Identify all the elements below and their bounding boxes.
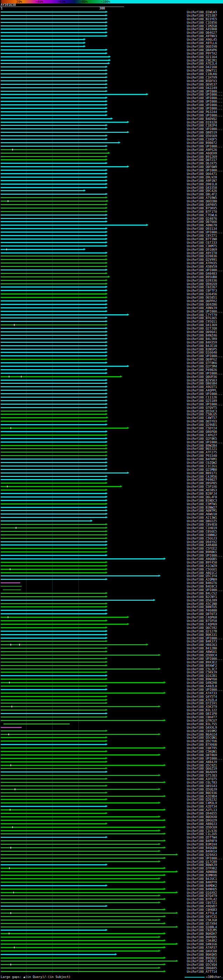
hit-row[interactable]: UniRef100_A9TLL6 [0,41,223,45]
hit-row[interactable]: UniRef100_A7AT33 [0,692,223,695]
hit-row[interactable]: UniRef100_Q29UD1 [0,423,223,426]
hit-label[interactable]: UniRef100_UPI000... [187,372,223,375]
hit-label[interactable]: UniRef100_A7E2L4 [187,62,217,65]
hit-row[interactable]: UniRef100_Q4N1G6 [0,942,223,946]
hit-label[interactable]: UniRef100_Q26232 [187,798,217,801]
hit-row[interactable]: UniRef100_Q56J89 [0,599,223,602]
hit-row[interactable]: UniRef100_B4K373 [0,640,223,643]
hit-label[interactable]: UniRef100_A8BQJ3 [187,822,217,826]
hit-row[interactable]: UniRef100_C3XQF5 [0,138,223,141]
hit-row[interactable]: UniRef100_C6S9M2 [0,729,223,733]
hit-label[interactable]: UniRef100_C9ZLM5 [187,929,217,932]
hit-label[interactable]: UniRef100_A2DT34 [187,805,217,808]
hit-label[interactable]: UniRef100_C1H7V9 [187,76,217,79]
hit-label[interactable]: UniRef100_Q0F6W9 [187,165,217,169]
hit-row[interactable]: UniRef100_Q16640 [0,351,223,354]
hit-row[interactable]: UniRef100_Q9GU29 [0,819,223,822]
hit-label[interactable]: UniRef100_Q5CVQ4 [187,963,217,966]
hit-label[interactable]: UniRef100_C5GGJ3 [187,537,217,540]
hit-label[interactable]: UniRef100_A9G5T1 [187,385,217,389]
hit-row[interactable]: UniRef100_B412B0 [0,647,223,650]
hit-row[interactable]: UniRef100_P49026 [0,368,223,372]
hit-label[interactable]: UniRef100_C67J33 [187,241,217,244]
hit-row[interactable]: UniRef100_C1L2U5 [0,832,223,836]
hit-label[interactable]: UniRef100_Q75J03 [187,774,217,777]
hit-row[interactable]: UniRef100_A7S9W5 [0,196,223,200]
hit-label[interactable]: UniRef100_Q94YV2 [187,540,217,544]
hit-label[interactable]: UniRef100_Q8T6T3 [187,612,217,616]
hit-row[interactable]: UniRef100_A0NBB0 [0,870,223,873]
hit-label[interactable]: UniRef100_Q6JX75 [187,162,217,165]
hit-row[interactable]: UniRef100_C0H4T7 [0,716,223,719]
hit-row[interactable]: UniRef100_UPI000... [0,145,223,148]
hit-label[interactable]: UniRef100_A0NBB0 [187,870,217,873]
hit-row[interactable]: UniRef100_Q75J03 [0,774,223,777]
hit-label[interactable]: UniRef100_A9YIT8 [187,251,217,255]
hit-label[interactable]: UniRef100_A2E9D4 [187,795,217,798]
hit-row[interactable]: UniRef100_Q6L4F8 [0,495,223,499]
hit-row[interactable]: UniRef100_B4L5R9 [0,337,223,341]
hit-label[interactable]: UniRef100_C0STZ1 [187,901,217,905]
hit-label[interactable]: UniRef100_A65BS3 [187,488,217,492]
hit-row[interactable]: UniRef100_B75P58 [0,619,223,623]
hit-label[interactable]: UniRef100_Q6VE37 [187,83,217,86]
hit-row[interactable]: UniRef100_C7YT79 [0,313,223,317]
hit-label[interactable]: UniRef100_B9Q5D2 [187,956,217,960]
hit-label[interactable]: UniRef100_Q27JQ8 [187,327,217,330]
hit-row[interactable]: UniRef100_Q2F8K5 [0,437,223,441]
hit-label[interactable]: UniRef100_Q29AX3 [187,853,217,857]
hit-label[interactable]: UniRef100_Q17C89 [187,860,217,864]
hit-row[interactable]: UniRef100_A8WGU1 [0,650,223,654]
hit-row[interactable]: UniRef100_C5GGJ3 [0,537,223,540]
hit-row[interactable]: UniRef100_P9YTA2 [0,52,223,55]
hit-row[interactable]: UniRef100_Q6C592 [0,626,223,630]
hit-row[interactable]: UniRef100_A6WU10 [0,512,223,516]
hit-label[interactable]: UniRef100_B8NTU5 [187,605,217,609]
hit-label[interactable]: UniRef100_C8V4E0 [187,523,217,526]
hit-label[interactable]: UniRef100_Q9GU29 [187,819,217,822]
hit-row[interactable]: UniRef100_Q39836 [0,255,223,258]
hit-row[interactable]: UniRef100_A4QPPL [0,389,223,392]
hit-label[interactable]: UniRef100_B4P8F9 [187,839,217,843]
hit-label[interactable]: UniRef100_Q94655 [187,812,217,815]
hit-label[interactable]: UniRef100_Q9C426 [187,189,217,192]
hit-row[interactable]: UniRef100_Q04G27 [0,31,223,34]
hit-row[interactable]: UniRef100_B09171 [0,471,223,475]
hit-label[interactable]: UniRef100_B4K373 [187,640,217,643]
hit-label[interactable]: UniRef100_B7G365 [187,317,217,320]
hit-label[interactable]: UniRef100_A7AP37 [187,946,217,950]
hit-label[interactable]: UniRef100_UPI000... [187,392,223,396]
hit-row[interactable]: UniRef100_Q25MB0 [0,468,223,471]
hit-label[interactable]: UniRef100_C5BLU5 [187,413,217,416]
hit-label[interactable]: UniRef100_B9XWF2 [187,664,217,667]
hit-row[interactable]: UniRef100_B4KPY9 [0,881,223,884]
hit-label[interactable]: UniRef100_A8B4J9 [187,760,217,764]
hit-label[interactable]: UniRef100_UPI000... [187,100,223,103]
hit-label[interactable]: UniRef100_C5P1X6 [187,485,217,488]
hit-row[interactable]: UniRef100_Q5CQN1 [0,736,223,740]
hit-label[interactable]: UniRef100_A7UZL4 [187,698,217,702]
hit-label[interactable]: UniRef100_Q38BL4 [187,926,217,929]
hit-label[interactable]: UniRef100_Q901L8 [187,183,217,186]
hit-label[interactable]: UniRef100_A2FL13 [187,808,217,812]
hit-label[interactable]: UniRef100_O42160 [187,65,217,69]
hit-row[interactable]: UniRef100_A96L45 [0,38,223,41]
hit-row[interactable]: UniRef100_UPI000... [0,231,223,234]
hit-row[interactable]: UniRef100_Q5C3Y4 [0,574,223,578]
hit-row[interactable]: UniRef100_Q7PXK2 [0,867,223,870]
hit-label[interactable]: UniRef100_A5K3T9 [187,705,217,708]
hit-label[interactable]: UniRef100_UPI000... [187,310,223,313]
hit-row[interactable]: UniRef100_UPI000... [0,757,223,760]
hit-label[interactable]: UniRef100_B412B0 [187,647,217,650]
hit-row[interactable]: UniRef100_C9E2R1 [0,59,223,62]
hit-label[interactable]: UniRef100_Q40403 [187,272,217,275]
hit-label[interactable]: UniRef100_C5KQN1 [187,750,217,753]
hit-row[interactable]: UniRef100_UPI000... [0,441,223,444]
hit-row[interactable]: UniRef100_Q9W711 [0,69,223,72]
hit-row[interactable]: UniRef100_UPI000... [0,372,223,375]
hit-row[interactable]: UniRef100_Q9C426 [0,189,223,192]
hit-label[interactable]: UniRef100_Q65YU3 [187,420,217,423]
hit-row[interactable]: UniRef100_B6AGI4 [0,733,223,736]
hit-label[interactable]: UniRef100_P25387 [187,14,217,18]
hit-label[interactable]: UniRef100_UPI000... [187,588,223,592]
